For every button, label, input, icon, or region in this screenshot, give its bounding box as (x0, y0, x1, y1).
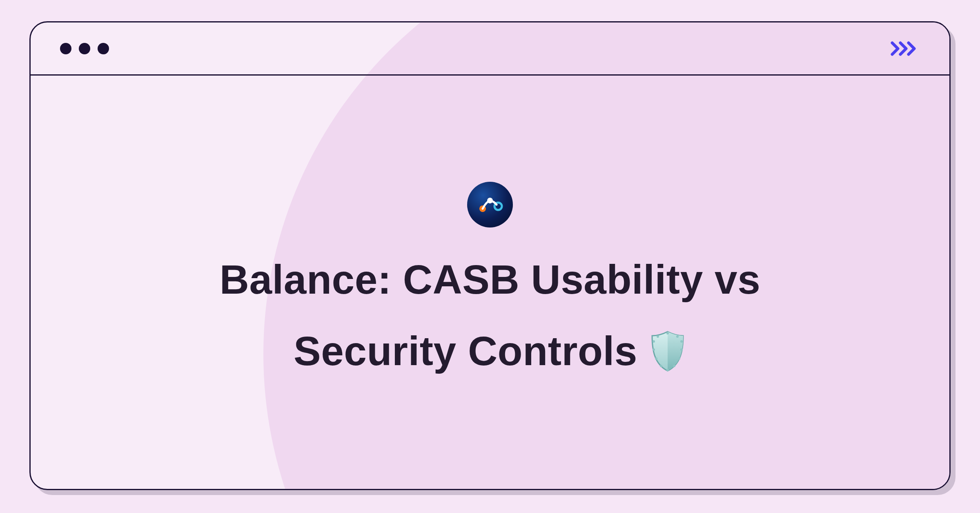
headline-line-1: Balance: CASB Usability vs (220, 256, 761, 303)
headline-text-1: Balance: CASB Usability vs (220, 256, 761, 303)
brand-logo-icon (467, 182, 513, 228)
window-dot-icon (79, 43, 90, 54)
svg-point-6 (653, 340, 655, 343)
svg-point-5 (676, 335, 679, 338)
headline-group: Balance: CASB Usability vs Security Cont… (220, 256, 761, 375)
window-dot-icon (60, 43, 71, 54)
card-content: Balance: CASB Usability vs Security Cont… (31, 76, 949, 489)
svg-point-3 (666, 332, 669, 335)
svg-point-11 (678, 357, 680, 360)
shield-icon (649, 329, 686, 373)
svg-point-4 (657, 335, 659, 338)
window-traffic-lights (60, 43, 109, 54)
window-titlebar (31, 22, 949, 76)
headline-line-2: Security Controls (294, 328, 686, 375)
svg-point-13 (673, 365, 675, 367)
svg-point-9 (680, 348, 683, 351)
forward-chevrons-icon (891, 41, 920, 56)
svg-point-10 (655, 357, 657, 360)
svg-point-14 (666, 369, 669, 371)
svg-point-8 (653, 348, 655, 351)
headline-text-2: Security Controls (294, 328, 637, 375)
svg-point-12 (660, 365, 662, 367)
window-dot-icon (98, 43, 109, 54)
browser-window-card: Balance: CASB Usability vs Security Cont… (29, 21, 951, 490)
svg-point-7 (680, 340, 683, 343)
